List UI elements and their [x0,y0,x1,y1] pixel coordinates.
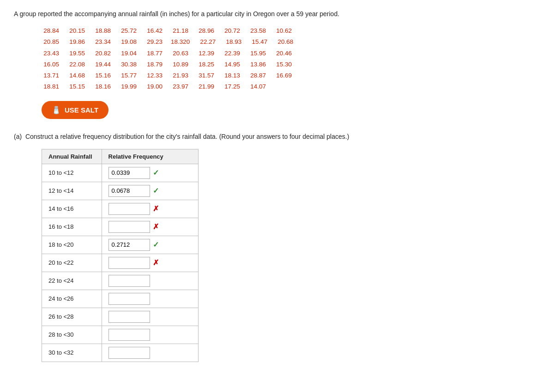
freq-input[interactable] [108,275,150,287]
table-row: 26 to <28 [42,308,199,326]
correct-icon: ✓ [153,168,159,177]
freq-cell [102,308,198,326]
freq-cell: ✗ [102,218,198,236]
data-value: 21.99 [197,81,214,92]
freq-cell: ✗ [102,200,198,218]
use-salt-label: USE SALT [65,106,98,114]
incorrect-icon: ✗ [153,222,159,231]
freq-cell: ✓ [102,164,198,182]
freq-cell [102,326,198,344]
data-value: 31.57 [197,70,214,81]
table-row: 10 to <12✓ [42,164,199,182]
data-value: 18.320 [171,36,190,48]
data-value: 23.58 [248,25,266,36]
data-value: 18.77 [145,48,163,59]
range-cell: 26 to <28 [42,308,102,326]
data-value: 18.79 [145,59,163,70]
data-value: 15.47 [250,36,267,48]
table-row: 24 to <26 [42,290,199,308]
data-value: 23.97 [171,81,188,92]
data-value: 15.16 [93,70,111,81]
table-row: 30 to <32 [42,344,199,362]
data-value: 19.08 [119,36,137,48]
range-cell: 20 to <22 [42,254,102,272]
data-value: 15.95 [248,48,266,59]
data-value: 18.93 [224,36,241,48]
data-table: 28.8420.1518.8825.7216.4221.1828.9620.72… [42,25,540,93]
freq-input[interactable] [108,293,150,305]
data-value: 18.13 [223,70,240,81]
freq-input[interactable] [108,203,150,215]
data-value: 10.89 [171,59,188,70]
freq-cell [102,344,198,362]
data-value: 16.05 [42,59,59,70]
correct-icon: ✓ [153,240,159,249]
data-value: 13.86 [248,59,266,70]
data-value: 15.77 [119,70,137,81]
range-cell: 14 to <16 [42,200,102,218]
table-row: 12 to <14✓ [42,182,199,200]
data-value: 18.16 [93,81,111,92]
data-value: 20.46 [274,48,292,59]
data-value: 22.08 [67,59,85,70]
freq-input[interactable] [108,257,150,269]
data-value: 18.88 [93,25,111,36]
incorrect-icon: ✗ [153,258,159,267]
range-cell: 24 to <26 [42,290,102,308]
data-value: 28.84 [42,25,59,36]
freq-input[interactable] [108,167,150,179]
table-row: 28 to <30 [42,326,199,344]
data-value: 20.85 [42,36,59,48]
freq-input[interactable] [108,329,150,341]
freq-cell [102,290,198,308]
freq-input[interactable] [108,221,150,233]
data-value: 23.43 [42,48,59,59]
data-value: 14.68 [67,70,85,81]
salt-icon: 🧂 [52,106,61,114]
data-value: 19.44 [93,59,111,70]
table-row: 18 to <20✓ [42,236,199,254]
data-value: 19.55 [67,48,85,59]
freq-input[interactable] [108,239,150,251]
freq-input[interactable] [108,185,150,197]
part-a-description: (a) Construct a relative frequency distr… [14,132,540,142]
freq-cell: ✓ [102,236,198,254]
data-value: 20.82 [93,48,111,59]
data-value: 14.95 [223,59,240,70]
range-cell: 28 to <30 [42,326,102,344]
freq-input[interactable] [108,347,150,359]
data-value: 16.69 [274,70,292,81]
part-a-label: (a) [14,133,22,140]
table-row: 20 to <22✗ [42,254,199,272]
use-salt-button[interactable]: 🧂 USE SALT [42,101,108,119]
range-cell: 16 to <18 [42,218,102,236]
data-value: 25.72 [119,25,137,36]
data-value: 13.71 [42,70,59,81]
intro-text: A group reported the accompanying annual… [14,9,540,19]
data-value: 19.00 [145,81,163,92]
data-value: 19.04 [119,48,137,59]
data-value: 14.07 [248,81,266,92]
data-value: 29.23 [145,36,163,48]
data-value: 18.81 [42,81,59,92]
data-value: 23.34 [93,36,111,48]
table-row: 22 to <24 [42,272,199,290]
data-value: 20.68 [276,36,293,48]
data-value: 19.99 [119,81,137,92]
freq-cell: ✗ [102,254,198,272]
freq-input[interactable] [108,311,150,323]
data-value: 20.15 [67,25,85,36]
data-value: 15.30 [274,59,292,70]
data-value: 17.25 [223,81,240,92]
range-cell: 18 to <20 [42,236,102,254]
data-value: 12.33 [145,70,163,81]
data-value: 21.18 [171,25,188,36]
col-relative-frequency: Relative Frequency [102,149,198,164]
part-a-desc-text: Construct a relative frequency distribut… [25,133,349,140]
data-value: 20.63 [171,48,188,59]
data-value: 21.93 [171,70,188,81]
data-value: 28.87 [248,70,266,81]
table-row: 14 to <16✗ [42,200,199,218]
data-value: 20.72 [223,25,240,36]
data-value: 16.42 [145,25,163,36]
